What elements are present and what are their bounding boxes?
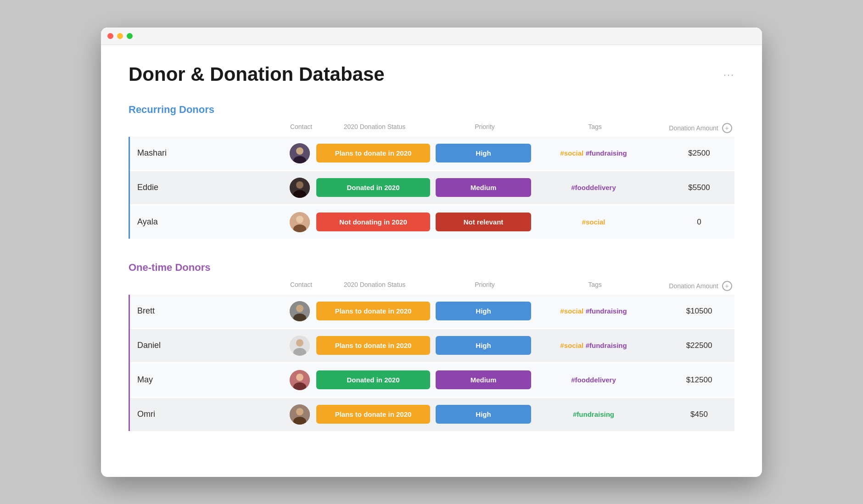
status-badge: Donated in 2020 <box>316 370 430 389</box>
col-amount-onetime: Donation Amount + <box>655 281 746 291</box>
priority-badge: Medium <box>436 178 531 197</box>
more-options-icon[interactable]: ··· <box>723 69 734 81</box>
tag: #fundraising <box>573 410 614 418</box>
status-badge: Plans to donate in 2020 <box>316 144 430 162</box>
table-row: May Donated in 2020 Medium # <box>130 364 734 397</box>
col-tags-recurring: Tags <box>535 123 655 133</box>
priority-badge: High <box>436 336 531 355</box>
col-amount-recurring: Donation Amount + <box>655 123 746 133</box>
avatar <box>290 301 310 321</box>
tag: #fooddelivery <box>571 376 616 384</box>
tags-cell: #fundraising <box>534 410 653 419</box>
tag: #social <box>560 307 583 315</box>
tag: #social <box>560 342 583 349</box>
avatar-img <box>290 143 310 163</box>
donor-name: Daniel <box>130 341 286 350</box>
donation-amount: $450 <box>653 410 745 419</box>
donation-amount: $22500 <box>653 341 745 350</box>
contact-avatar <box>286 143 314 163</box>
svg-point-4 <box>296 181 303 189</box>
recurring-table-body: Mashari Plans to donate in 2020 High <box>129 137 734 239</box>
avatar <box>290 370 310 390</box>
close-dot[interactable] <box>107 33 113 39</box>
contact-avatar <box>286 404 314 425</box>
tags-cell: #social #fundraising <box>534 307 653 315</box>
svg-point-19 <box>296 408 303 415</box>
recurring-donors-section: Recurring Donors Contact 2020 Donation S… <box>129 104 734 239</box>
add-column-recurring[interactable]: + <box>722 123 732 133</box>
maximize-dot[interactable] <box>127 33 133 39</box>
avatar-img <box>290 178 310 198</box>
donor-name: Brett <box>130 306 286 316</box>
col-tags-onetime: Tags <box>535 281 655 291</box>
add-column-onetime[interactable]: + <box>722 281 732 291</box>
tags-cell: #social <box>534 218 653 226</box>
table-row: Mashari Plans to donate in 2020 High <box>130 137 734 170</box>
tags-cell: #social #fundraising <box>534 342 653 350</box>
page-title: Donor & Donation Database <box>129 63 734 85</box>
app-window: Donor & Donation Database ··· Recurring … <box>101 28 762 477</box>
avatar <box>290 143 310 163</box>
col-status-onetime: 2020 Donation Status <box>315 281 434 291</box>
onetime-header: One-time Donors <box>129 262 734 274</box>
contact-avatar <box>286 212 314 232</box>
onetime-donors-section: One-time Donors Contact 2020 Donation St… <box>129 262 734 431</box>
col-priority-onetime: Priority <box>434 281 535 291</box>
donor-name: Omri <box>130 409 286 419</box>
table-row: Omri Plans to donate in 2020 High <box>130 398 734 431</box>
tags-cell: #fooddelivery <box>534 376 653 384</box>
table-row: Brett Plans to donate in 2020 High <box>130 295 734 328</box>
svg-point-10 <box>296 305 303 312</box>
priority-badge: High <box>436 144 531 162</box>
status-badge: Plans to donate in 2020 <box>316 405 430 424</box>
priority-badge: High <box>436 405 531 424</box>
tags-cell: #fooddelivery <box>534 184 653 192</box>
donor-name: Ayala <box>130 217 286 227</box>
avatar <box>290 336 310 356</box>
avatar-img <box>290 404 310 425</box>
tags-cell: #social #fundraising <box>534 149 653 157</box>
onetime-table-body: Brett Plans to donate in 2020 High <box>129 295 734 431</box>
onetime-col-headers: Contact 2020 Donation Status Priority Ta… <box>131 281 734 295</box>
contact-avatar <box>286 336 314 356</box>
priority-badge: Medium <box>436 370 531 389</box>
avatar <box>290 404 310 425</box>
contact-avatar <box>286 178 314 198</box>
tag: #fundraising <box>586 307 627 315</box>
svg-point-13 <box>296 339 303 347</box>
avatar <box>290 178 310 198</box>
title-bar <box>101 28 762 45</box>
onetime-title: One-time Donors <box>129 262 210 274</box>
svg-point-1 <box>296 147 303 155</box>
recurring-title: Recurring Donors <box>129 104 214 116</box>
col-priority-recurring: Priority <box>434 123 535 133</box>
tag: #fooddelivery <box>571 184 616 191</box>
status-badge: Plans to donate in 2020 <box>316 302 430 320</box>
table-row: Ayala Not donating in 2020 Not relevant <box>130 206 734 239</box>
avatar-img <box>290 301 310 321</box>
avatar-img <box>290 336 310 356</box>
avatar <box>290 212 310 232</box>
donation-amount: 0 <box>653 218 745 227</box>
donation-amount: $10500 <box>653 307 745 316</box>
status-badge: Plans to donate in 2020 <box>316 336 430 355</box>
minimize-dot[interactable] <box>117 33 123 39</box>
col-contact-recurring: Contact <box>287 123 315 133</box>
svg-point-7 <box>296 216 303 223</box>
donor-name: May <box>130 375 286 385</box>
donation-amount: $5500 <box>653 183 745 192</box>
donor-name: Mashari <box>130 148 286 158</box>
table-row: Daniel Plans to donate in 2020 High <box>130 329 734 362</box>
avatar-img <box>290 212 310 232</box>
donor-name: Eddie <box>130 183 286 192</box>
avatar-img <box>290 370 310 390</box>
tag: #fundraising <box>586 149 627 157</box>
tag: #fundraising <box>586 342 627 349</box>
recurring-header: Recurring Donors <box>129 104 734 116</box>
donation-amount: $12500 <box>653 375 745 385</box>
priority-badge: Not relevant <box>436 213 531 231</box>
status-badge: Not donating in 2020 <box>316 213 430 231</box>
contact-avatar <box>286 301 314 321</box>
status-badge: Donated in 2020 <box>316 178 430 197</box>
page-content: Donor & Donation Database ··· Recurring … <box>101 45 762 477</box>
